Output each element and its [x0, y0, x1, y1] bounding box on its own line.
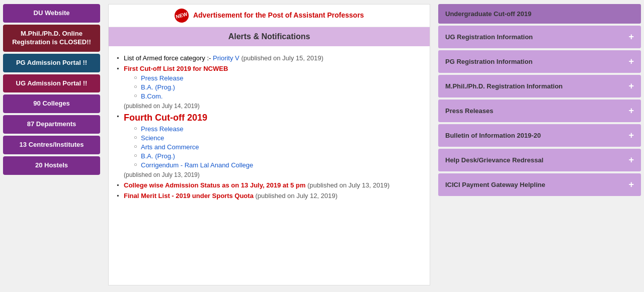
sub-item-ba-prog-2: B.A. (Prog.) — [134, 152, 422, 160]
right-btn-pg-reg-label: PG Registration Information — [445, 58, 532, 65]
list-item-final-merit: Final Merit List - 2019 under Sports Quo… — [117, 192, 422, 200]
list-item-first-cutoff: First Cut-off List 2019 for NCWEB Press … — [117, 65, 422, 110]
right-btn-ug-reg-label: UG Registration Information — [445, 33, 533, 41]
left-sidebar: DU Website M.Phil./Ph.D. Online Registra… — [0, 0, 103, 292]
fourth-cutoff-link[interactable]: Fourth Cut-off 2019 — [124, 113, 207, 123]
right-btn-press-releases-label: Press Releases — [445, 107, 493, 115]
list-item-armed-force: List of Armed force category :- Priority… — [117, 54, 422, 62]
right-btn-icici-label: ICICI Payment Gateway Helpline — [445, 181, 545, 188]
plus-icon-helpdesk: + — [628, 155, 634, 165]
plus-icon-ug-reg: + — [628, 32, 634, 42]
right-btn-press-releases[interactable]: Press Releases + — [438, 100, 641, 122]
plus-icon-pg-reg: + — [628, 56, 634, 67]
new-badge: NEW — [173, 7, 190, 24]
sub-item-press-release-1: Press Release — [134, 74, 422, 82]
final-merit-pub-date: (published on July 12, 2019) — [256, 192, 338, 200]
plus-icon-mphil-reg: + — [628, 81, 634, 91]
sub-item-arts-commerce: Arts and Commerce — [134, 143, 422, 151]
right-btn-helpdesk[interactable]: Help Desk/Grievance Redressal + — [438, 149, 641, 171]
right-btn-mphil-reg-label: M.Phil./Ph.D. Registration Information — [445, 82, 562, 90]
first-cutoff-pub-date: (published on July 14, 2019) — [124, 103, 200, 110]
right-btn-ug-reg[interactable]: UG Registration Information + — [438, 26, 641, 48]
ba-prog-2-link[interactable]: B.A. (Prog.) — [141, 152, 175, 160]
content-body: List of Armed force category :- Priority… — [109, 51, 430, 206]
armed-force-text-before: List of Armed force category :- — [124, 54, 213, 62]
sidebar-btn-du-website[interactable]: DU Website — [3, 4, 100, 23]
right-btn-ug-cutoff-label: Undergraduate Cut-off 2019 — [445, 10, 531, 18]
sidebar-btn-20-hostels[interactable]: 20 Hostels — [3, 156, 100, 175]
sidebar-btn-13-centres[interactable]: 13 Centres/Institutes — [3, 136, 100, 154]
final-merit-link[interactable]: Final Merit List - 2019 under Sports Quo… — [124, 192, 254, 200]
right-btn-ug-cutoff[interactable]: Undergraduate Cut-off 2019 — [438, 4, 641, 24]
top-ad-text: Advertisement for the Post of Assistant … — [193, 11, 364, 19]
main-content: NEW Advertisement for the Post of Assist… — [103, 0, 435, 292]
science-link[interactable]: Science — [141, 134, 164, 142]
top-ad: NEW Advertisement for the Post of Assist… — [109, 5, 430, 27]
bcom-1-link[interactable]: B.Com. — [141, 92, 163, 100]
corrigendum-link[interactable]: Corrigendum - Ram Lal Anand College — [141, 161, 253, 169]
sidebar-btn-90-colleges[interactable]: 90 Colleges — [3, 94, 100, 113]
ba-prog-1-link[interactable]: B.A. (Prog.) — [141, 83, 175, 91]
press-release-2-link[interactable]: Press Release — [141, 125, 184, 133]
plus-icon-press-releases: + — [628, 106, 634, 116]
first-cutoff-sub-list: Press Release B.A. (Prog.) B.Com. — [124, 74, 422, 100]
right-btn-pg-reg[interactable]: PG Registration Information + — [438, 50, 641, 73]
main-inner: NEW Advertisement for the Post of Assist… — [108, 4, 430, 285]
fourth-cutoff-heading: Fourth Cut-off 2019 — [124, 113, 422, 123]
college-admission-pub-date: (published on July 13, 2019) — [307, 181, 389, 189]
arts-commerce-link[interactable]: Arts and Commerce — [141, 143, 199, 151]
list-item-college-admission: College wise Admission Status as on 13 J… — [117, 181, 422, 189]
sub-item-corrigendum: Corrigendum - Ram Lal Anand College — [134, 161, 422, 169]
plus-icon-bulletin: + — [628, 130, 634, 141]
right-btn-bulletin[interactable]: Bulletin of Information 2019-20 + — [438, 124, 641, 147]
sidebar-btn-ug-admission[interactable]: UG Admission Portal !! — [3, 74, 100, 93]
first-cutoff-link[interactable]: First Cut-off List 2019 for NCWEB — [124, 65, 228, 72]
fourth-cutoff-sub-list: Press Release Science Arts and Commerce … — [124, 125, 422, 169]
right-sidebar: Undergraduate Cut-off 2019 UG Registrati… — [435, 0, 644, 292]
sidebar-btn-pg-admission[interactable]: PG Admission Portal !! — [3, 54, 100, 72]
notifications-list: List of Armed force category :- Priority… — [117, 54, 422, 200]
alerts-header: Alerts & Notifications — [109, 27, 430, 46]
right-btn-icici[interactable]: ICICI Payment Gateway Helpline + — [438, 173, 641, 196]
fourth-cutoff-pub-date: (published on July 13, 2019) — [124, 171, 200, 178]
right-btn-helpdesk-label: Help Desk/Grievance Redressal — [445, 156, 543, 164]
sidebar-btn-mphil-phd[interactable]: M.Phil./Ph.D. Online Registration is CLO… — [3, 25, 100, 52]
list-item-fourth-cutoff: Fourth Cut-off 2019 Press Release Scienc… — [117, 113, 422, 178]
sub-item-press-release-2: Press Release — [134, 125, 422, 133]
plus-icon-icici: + — [628, 179, 634, 190]
sub-item-science: Science — [134, 134, 422, 142]
sidebar-btn-87-departments[interactable]: 87 Departments — [3, 115, 100, 134]
right-btn-mphil-reg[interactable]: M.Phil./Ph.D. Registration Information + — [438, 75, 641, 98]
college-admission-link[interactable]: College wise Admission Status as on 13 J… — [124, 181, 305, 189]
sub-item-ba-prog-1: B.A. (Prog.) — [134, 83, 422, 91]
sub-item-bcom-1: B.Com. — [134, 92, 422, 100]
press-release-1-link[interactable]: Press Release — [141, 74, 184, 82]
armed-force-pub-date: (published on July 15, 2019) — [241, 54, 323, 62]
right-btn-bulletin-label: Bulletin of Information 2019-20 — [445, 132, 541, 139]
priority-v-link[interactable]: Priority V — [213, 54, 239, 62]
